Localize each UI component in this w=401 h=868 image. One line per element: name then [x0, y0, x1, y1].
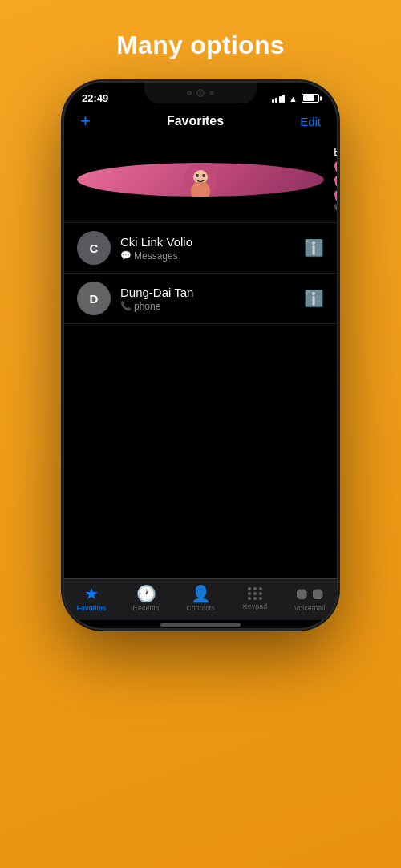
contact-info: Cki Link Volio 💬 Messages	[120, 235, 294, 262]
tab-favorites[interactable]: ★ Favorites	[67, 586, 115, 612]
contact-subtitle: 💬 Messages	[120, 250, 294, 262]
tab-contacts[interactable]: 👤 Contacts	[176, 586, 225, 612]
notch-dot-right	[209, 91, 214, 95]
info-button[interactable]: ℹ️	[304, 238, 324, 258]
tab-favorites-label: Favorites	[76, 604, 106, 612]
keypad-icon	[248, 587, 263, 600]
edit-button[interactable]: Edit	[300, 115, 321, 128]
recents-icon: 🕐	[136, 586, 156, 602]
empty-space	[64, 358, 337, 579]
tab-keypad-label: Keypad	[243, 602, 268, 610]
info-button[interactable]: ℹ️	[304, 289, 324, 308]
tab-bar: ★ Favorites 🕐 Recents 👤 Contacts	[64, 578, 337, 620]
navigation-bar: + Favorites Edit	[64, 107, 337, 136]
contact-subtitle: 📞 phone	[120, 301, 294, 312]
phone-icon: 📞	[334, 204, 337, 214]
avatar: D	[77, 282, 111, 315]
contact-info: Dung-Dai Tan 📞 phone	[120, 286, 294, 312]
tab-recents[interactable]: 🕐 Recents	[122, 586, 170, 612]
message-icon: 💬	[120, 250, 132, 261]
notch-camera	[196, 89, 205, 97]
contact-name: Dung-Dai Tan	[120, 286, 294, 299]
signal-icon	[272, 94, 286, 103]
tab-keypad[interactable]: Keypad	[231, 587, 279, 610]
status-time: 22:49	[82, 92, 108, 104]
contact-name: Cki Link Volio	[120, 235, 294, 249]
svg-point-3	[196, 174, 199, 177]
contacts-icon: 👤	[191, 586, 211, 602]
notch-dot-left	[187, 91, 192, 95]
page-title: Many options	[116, 30, 285, 60]
wifi-icon: ▲	[289, 94, 298, 103]
tab-contacts-label: Contacts	[186, 604, 215, 612]
status-icons: ▲	[272, 94, 319, 103]
svg-point-4	[202, 174, 205, 177]
star-icon: ★	[84, 586, 99, 602]
nav-title: Favorites	[167, 114, 224, 128]
list-item[interactable]: C Cki Link Volio 💬 Messages ℹ️	[64, 223, 337, 274]
phone-shell: 22:49 ▲ + Favorites Edit	[64, 83, 337, 628]
list-item[interactable]: D Dung-Dai Tan 📞 phone ℹ️	[64, 274, 337, 324]
phone-icon: 📞	[120, 301, 132, 311]
avatar: C	[77, 231, 111, 265]
tab-voicemail-label: Voicemail	[294, 604, 326, 612]
avatar-image	[184, 163, 217, 197]
tab-voicemail[interactable]: ⏺⏺ Voicemail	[286, 586, 334, 612]
battery-icon	[302, 94, 319, 103]
favorites-list: Em 💕💕💕 📞 other ℹ️ C Cki Link Volio	[64, 136, 337, 358]
list-item[interactable]: Em 💕💕💕 📞 other ℹ️	[64, 136, 337, 223]
avatar	[77, 163, 324, 197]
add-favorite-button[interactable]: +	[80, 112, 91, 130]
voicemail-icon: ⏺⏺	[294, 586, 326, 602]
tab-recents-label: Recents	[132, 604, 159, 612]
screen: 22:49 ▲ + Favorites Edit	[64, 83, 337, 628]
home-indicator	[160, 623, 241, 627]
battery-fill	[303, 95, 314, 101]
notch	[144, 83, 257, 103]
